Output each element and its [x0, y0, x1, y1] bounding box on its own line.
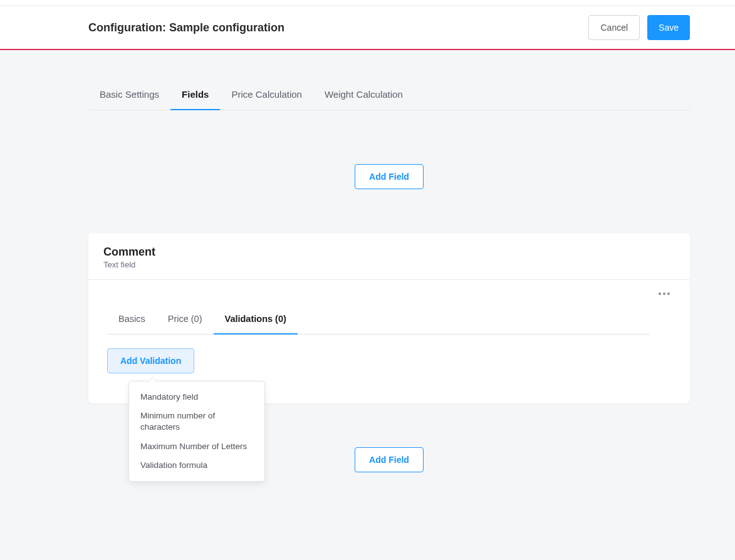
dropdown-item-min-chars[interactable]: Minimum number of characters [129, 407, 264, 437]
top-separator [0, 0, 735, 6]
main-tabs: Basic Settings Fields Price Calculation … [88, 80, 690, 110]
tab-fields[interactable]: Fields [170, 80, 220, 110]
dropdown-item-formula[interactable]: Validation formula [129, 456, 264, 475]
add-field-top-wrap: Add Field [88, 164, 690, 189]
add-field-button-top[interactable]: Add Field [355, 164, 424, 189]
field-card-header: Comment Text field [88, 233, 690, 280]
tab-weight-calculation[interactable]: Weight Calculation [313, 80, 414, 110]
sub-tab-basics[interactable]: Basics [107, 305, 157, 334]
field-card-body: Basics Price (0) Validations (0) Add Val… [88, 280, 690, 403]
add-field-button-bottom[interactable]: Add Field [355, 447, 424, 472]
more-options-button[interactable] [655, 289, 674, 299]
add-validation-button[interactable]: Add Validation [107, 348, 194, 373]
tab-price-calculation[interactable]: Price Calculation [220, 80, 313, 110]
validation-dropdown: Mandatory field Minimum number of charac… [128, 381, 265, 482]
field-card-title: Comment [103, 246, 675, 259]
header-bar: Configuration: Sample configuration Canc… [0, 6, 735, 50]
cancel-button[interactable]: Cancel [588, 15, 640, 40]
sub-tabs: Basics Price (0) Validations (0) [107, 305, 650, 334]
dots-horizontal-icon [659, 293, 670, 295]
field-card: Comment Text field Basics Price (0) Vali… [88, 233, 690, 403]
dropdown-item-mandatory[interactable]: Mandatory field [129, 388, 264, 407]
save-button[interactable]: Save [647, 15, 690, 40]
add-validation-wrap: Add Validation Mandatory field Minimum n… [107, 348, 671, 373]
content-area: Basic Settings Fields Price Calculation … [0, 80, 735, 472]
page-title: Configuration: Sample configuration [88, 21, 284, 34]
dropdown-item-max-letters[interactable]: Maximum Number of Letters [129, 437, 264, 456]
header-actions: Cancel Save [588, 15, 690, 40]
tab-basic-settings[interactable]: Basic Settings [88, 80, 170, 110]
field-card-subtitle: Text field [103, 260, 675, 269]
sub-tab-validations[interactable]: Validations (0) [214, 305, 298, 334]
sub-tab-price[interactable]: Price (0) [157, 305, 214, 334]
